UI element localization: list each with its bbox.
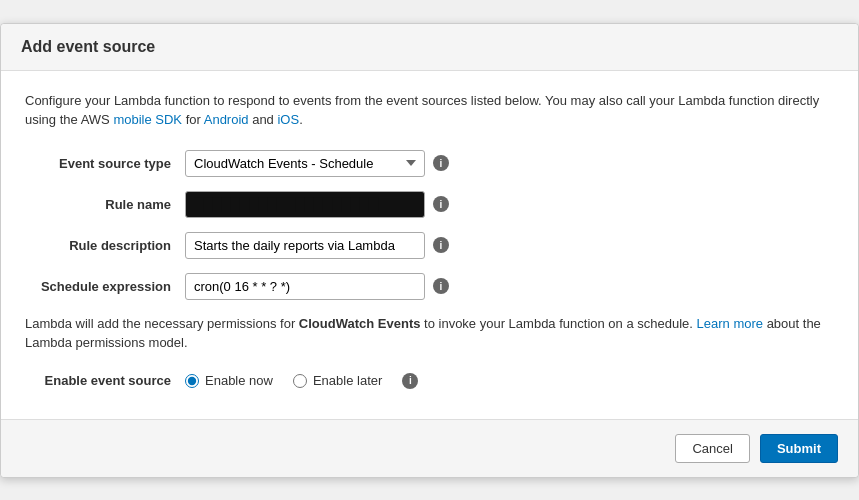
ios-link[interactable]: iOS bbox=[277, 112, 299, 127]
cancel-button[interactable]: Cancel bbox=[675, 434, 749, 463]
schedule-expression-control: i bbox=[185, 273, 449, 300]
add-event-source-modal: Add event source Configure your Lambda f… bbox=[0, 23, 859, 478]
event-source-type-label: Event source type bbox=[25, 156, 185, 171]
event-source-type-control: CloudWatch Events - Schedule i bbox=[185, 150, 449, 177]
android-link[interactable]: Android bbox=[204, 112, 249, 127]
rule-name-label: Rule name bbox=[25, 197, 185, 212]
rule-name-info-icon[interactable]: i bbox=[433, 196, 449, 212]
enable-later-radio[interactable] bbox=[293, 374, 307, 388]
enable-now-label: Enable now bbox=[205, 373, 273, 388]
enable-now-option[interactable]: Enable now bbox=[185, 373, 273, 388]
schedule-expression-info-icon[interactable]: i bbox=[433, 278, 449, 294]
rule-name-input[interactable] bbox=[185, 191, 425, 218]
schedule-expression-input[interactable] bbox=[185, 273, 425, 300]
cloudwatch-events-bold: CloudWatch Events bbox=[299, 316, 421, 331]
submit-button[interactable]: Submit bbox=[760, 434, 838, 463]
modal-body: Configure your Lambda function to respon… bbox=[1, 71, 858, 419]
schedule-expression-label: Schedule expression bbox=[25, 279, 185, 294]
rule-name-row: Rule name i bbox=[25, 191, 834, 218]
enable-later-label: Enable later bbox=[313, 373, 382, 388]
schedule-expression-row: Schedule expression i bbox=[25, 273, 834, 300]
enable-later-option[interactable]: Enable later bbox=[293, 373, 382, 388]
rule-description-row: Rule description i bbox=[25, 232, 834, 259]
enable-event-source-label: Enable event source bbox=[25, 373, 185, 388]
event-source-type-row: Event source type CloudWatch Events - Sc… bbox=[25, 150, 834, 177]
modal-footer: Cancel Submit bbox=[1, 419, 858, 477]
event-source-type-select[interactable]: CloudWatch Events - Schedule bbox=[185, 150, 425, 177]
permissions-text: Lambda will add the necessary permission… bbox=[25, 314, 834, 353]
intro-text: Configure your Lambda function to respon… bbox=[25, 91, 834, 130]
rule-description-info-icon[interactable]: i bbox=[433, 237, 449, 253]
rule-description-control: i bbox=[185, 232, 449, 259]
enable-now-radio[interactable] bbox=[185, 374, 199, 388]
modal-title: Add event source bbox=[21, 38, 838, 56]
enable-source-info-icon[interactable]: i bbox=[402, 373, 418, 389]
mobile-sdk-link[interactable]: mobile SDK bbox=[113, 112, 182, 127]
rule-description-label: Rule description bbox=[25, 238, 185, 253]
learn-more-link[interactable]: Learn more bbox=[697, 316, 763, 331]
modal-header: Add event source bbox=[1, 24, 858, 71]
enable-radio-group: Enable now Enable later i bbox=[185, 373, 418, 389]
rule-name-control: i bbox=[185, 191, 449, 218]
enable-event-source-row: Enable event source Enable now Enable la… bbox=[25, 373, 834, 389]
rule-description-input[interactable] bbox=[185, 232, 425, 259]
event-source-type-info-icon[interactable]: i bbox=[433, 155, 449, 171]
